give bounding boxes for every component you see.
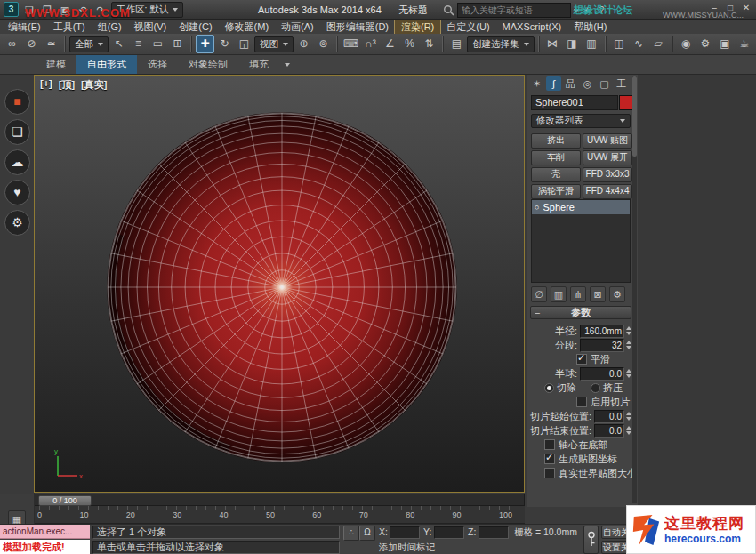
- app-logo-icon[interactable]: 3: [4, 2, 19, 17]
- window-crossing-icon[interactable]: ⊞: [168, 35, 187, 53]
- minimize-button[interactable]: –: [707, 2, 721, 13]
- tab-hierarchy[interactable]: 品: [563, 76, 578, 91]
- search-input[interactable]: 输入关键字或短语: [457, 3, 571, 18]
- angle-snap-icon[interactable]: ∠: [381, 35, 399, 53]
- time-slider[interactable]: 0 / 100: [34, 494, 525, 506]
- z-coordinate-field[interactable]: [479, 526, 509, 539]
- pin-stack-icon[interactable]: ∅: [531, 286, 547, 302]
- object-color-swatch[interactable]: [619, 95, 633, 110]
- menu-tools[interactable]: 工具(T): [47, 20, 92, 34]
- gear-icon[interactable]: ⚙: [4, 210, 30, 236]
- logo-site-url[interactable]: herecours.com: [664, 533, 744, 545]
- select-and-manipulate-icon[interactable]: ⊚: [314, 35, 333, 53]
- segments-field[interactable]: 32: [580, 339, 624, 352]
- visibility-bulb-icon[interactable]: ○: [535, 200, 539, 214]
- tab-modify[interactable]: ∫: [546, 76, 561, 91]
- redo-icon[interactable]: ↷: [93, 3, 108, 17]
- ribbon-tab-modeling[interactable]: 建模: [36, 55, 76, 74]
- stack-item-sphere[interactable]: ○ Sphere: [532, 200, 630, 214]
- track-bar[interactable]: 0 10 20 30 40 50 60 70 80 90 100: [34, 506, 525, 524]
- named-selection-sets-dropdown[interactable]: 创建选择集: [467, 36, 535, 52]
- menu-create[interactable]: 创建(C): [173, 20, 218, 34]
- curve-editor-icon[interactable]: ∿: [630, 35, 648, 53]
- menu-group[interactable]: 组(G): [92, 20, 128, 34]
- modifier-list-dropdown[interactable]: 修改器列表: [531, 114, 631, 128]
- modifier-button-ffd33[interactable]: FFD 3x3x3: [583, 167, 632, 182]
- remove-modifier-icon[interactable]: ⊠: [590, 286, 606, 302]
- modifier-button-uvw-map[interactable]: UVW 贴图: [583, 133, 632, 149]
- radius-spinner[interactable]: [626, 326, 631, 335]
- favorites-star-icon[interactable]: ★: [582, 4, 593, 18]
- viewport-menu-label[interactable]: [+]: [40, 78, 52, 92]
- open-file-icon[interactable]: ❒: [40, 3, 54, 17]
- cloud-icon[interactable]: ☁: [4, 149, 30, 175]
- material-editor-icon[interactable]: ◉: [677, 35, 696, 53]
- unlink-selection-icon[interactable]: ⊘: [22, 35, 41, 53]
- selection-lock-icon[interactable]: Ω: [359, 526, 375, 541]
- macro-recorder-line[interactable]: actionMan.exec...: [0, 525, 90, 539]
- use-pivot-center-icon[interactable]: ⊕: [294, 35, 313, 53]
- select-by-name-icon[interactable]: ≡: [129, 35, 148, 53]
- slice-to-spinner[interactable]: [626, 426, 631, 435]
- search-options-icon[interactable]: [574, 9, 579, 12]
- tab-utilities[interactable]: 工: [614, 76, 629, 91]
- add-time-tag[interactable]: 添加时间标记: [379, 541, 435, 554]
- slice-on-checkbox[interactable]: [576, 397, 587, 407]
- close-button[interactable]: ✕: [739, 2, 753, 13]
- menu-rendering[interactable]: 渲染(R): [395, 20, 440, 34]
- document-icon[interactable]: ❏: [4, 119, 30, 145]
- maximize-button[interactable]: □: [723, 2, 737, 13]
- render-setup-icon[interactable]: ⚙: [696, 35, 715, 53]
- undo-icon[interactable]: ↶: [76, 3, 90, 17]
- heart-icon[interactable]: ♥: [4, 180, 30, 205]
- align-icon[interactable]: ◨: [563, 35, 582, 53]
- modifier-button-turbosmooth[interactable]: 涡轮平滑: [531, 184, 581, 199]
- select-and-scale-icon[interactable]: ◱: [235, 35, 253, 53]
- modifier-button-unwrap-uvw[interactable]: UVW 展开: [583, 150, 632, 165]
- menu-customize[interactable]: 自定义(U): [440, 20, 495, 34]
- select-object-icon[interactable]: ↖: [109, 35, 128, 53]
- ribbon-tab-object-paint[interactable]: 对象绘制: [178, 55, 238, 74]
- object-name-field[interactable]: Sphere001: [531, 95, 618, 110]
- listener-result-line[interactable]: 模型加载完成!: [0, 540, 90, 554]
- modifier-stack[interactable]: ○ Sphere: [531, 199, 631, 283]
- ribbon-tab-freeform[interactable]: 自由形式: [76, 55, 137, 74]
- modifier-button-lathe[interactable]: 车削: [531, 150, 581, 165]
- segments-spinner[interactable]: [626, 341, 631, 349]
- ribbon-toggle-icon[interactable]: ◫: [610, 35, 629, 53]
- slice-to-field[interactable]: 0.0: [594, 424, 624, 438]
- rendered-frame-window-icon[interactable]: ▣: [716, 35, 735, 53]
- hemisphere-field[interactable]: 0.0: [580, 367, 624, 381]
- show-end-result-icon[interactable]: ▥: [551, 286, 567, 302]
- viewport-shading-label[interactable]: [真实]: [81, 78, 107, 92]
- viewport-view-label[interactable]: [顶]: [59, 78, 75, 92]
- ribbon-tab-populate[interactable]: 填充: [238, 55, 279, 74]
- menu-modifiers[interactable]: 修改器(M): [219, 20, 276, 34]
- radius-field[interactable]: 160.0mm: [580, 325, 624, 338]
- configure-modifier-sets-icon[interactable]: ⚙: [609, 286, 625, 302]
- y-coordinate-field[interactable]: [434, 526, 464, 539]
- modifier-button-ffd44[interactable]: FFD 4x4x4: [583, 184, 632, 199]
- mirror-icon[interactable]: ⋈: [543, 35, 562, 53]
- menu-animation[interactable]: 动画(A): [275, 20, 320, 34]
- viewport-canvas[interactable]: y x: [35, 76, 524, 492]
- slice-from-spinner[interactable]: [626, 412, 631, 421]
- schematic-view-icon[interactable]: ▱: [649, 35, 668, 53]
- bind-to-space-warp-icon[interactable]: ≃: [42, 35, 60, 53]
- ribbon-minimize-icon[interactable]: [279, 55, 295, 74]
- tab-display[interactable]: ▢: [597, 76, 612, 91]
- modifier-button-shell[interactable]: 壳: [531, 167, 581, 182]
- menu-help[interactable]: 帮助(H): [567, 20, 613, 34]
- workspace-dropdown[interactable]: 工作区: 默认: [111, 2, 183, 18]
- menu-views[interactable]: 视图(V): [128, 20, 173, 34]
- make-unique-icon[interactable]: ⋔: [570, 286, 586, 302]
- rollout-collapse-icon[interactable]: −: [535, 308, 540, 319]
- modifier-button-extrude[interactable]: 挤出: [531, 133, 581, 149]
- smooth-checkbox[interactable]: [576, 354, 587, 365]
- rollout-parameters[interactable]: − 参数: [530, 306, 631, 319]
- new-scene-icon[interactable]: ❏: [22, 3, 36, 17]
- cube-icon[interactable]: ■: [4, 89, 30, 115]
- slice-from-field[interactable]: 0.0: [594, 410, 624, 423]
- isolate-selection-icon[interactable]: ∴: [343, 526, 359, 541]
- tab-create[interactable]: ✶: [529, 76, 544, 91]
